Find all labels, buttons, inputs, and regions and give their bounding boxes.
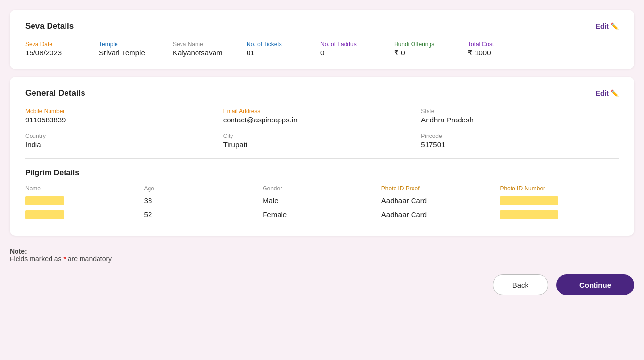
mobile-value: 9110583839 [25, 116, 223, 124]
general-details-edit-button[interactable]: Edit ✏️ [596, 89, 619, 97]
pilgrim-details-title: Pilgrim Details [25, 169, 619, 177]
email-field: Email Address contact@aspireapps.in [223, 108, 421, 124]
pilgrim-2-photo-id: Aadhaar Card [381, 210, 500, 219]
general-row-1: Mobile Number 9110583839 Email Address c… [25, 108, 619, 124]
pilgrim-1-idnum-redacted [500, 196, 558, 205]
seva-details-title: Seva Details [25, 21, 74, 31]
country-field: Country India [25, 133, 223, 149]
state-label: State [421, 108, 619, 115]
city-field: City Tirupati [223, 133, 421, 149]
header-name: Name [25, 185, 144, 192]
note-label: Note: [10, 247, 27, 255]
pilgrim-row-1: 33 Male Aadhaar Card [25, 196, 619, 205]
pilgrim-details-section: Pilgrim Details Name Age Gender Photo ID… [25, 169, 619, 219]
temple-label: Temple [99, 41, 157, 48]
seva-date-field: Seva Date 15/08/2023 [25, 41, 83, 57]
seva-details-header: Seva Details Edit ✏️ [25, 21, 619, 31]
total-cost-field: Total Cost ₹ 1000 [468, 41, 526, 57]
seva-details-card: Seva Details Edit ✏️ Seva Date 15/08/202… [10, 10, 634, 69]
footer-actions: Back Continue [10, 274, 634, 295]
pilgrim-1-id-number [500, 196, 619, 205]
seva-details-edit-button[interactable]: Edit ✏️ [596, 22, 619, 30]
tickets-label: No. of Tickets [247, 41, 305, 48]
pincode-field: Pincode 517501 [421, 133, 619, 149]
general-details-header: General Details Edit ✏️ [25, 88, 619, 98]
pilgrim-2-id-number [500, 210, 619, 219]
city-label: City [223, 133, 421, 139]
edit-pencil-icon: ✏️ [611, 22, 619, 30]
pilgrim-1-name-redacted [25, 196, 64, 205]
hundi-value: ₹ 0 [394, 49, 452, 57]
mandatory-star: * [63, 255, 66, 263]
laddus-label: No. of Laddus [320, 41, 379, 48]
note-text2: are mandatory [68, 255, 112, 263]
pilgrim-table-header: Name Age Gender Photo ID Proof Photo ID … [25, 185, 619, 192]
header-gender: Gender [263, 185, 381, 192]
laddus-field: No. of Laddus 0 [320, 41, 379, 57]
seva-name-label: Seva Name [173, 41, 231, 48]
section-divider [25, 158, 619, 159]
state-field: State Andhra Pradesh [421, 108, 619, 124]
country-value: India [25, 140, 223, 149]
seva-fields-row: Seva Date 15/08/2023 Temple Srivari Temp… [25, 41, 619, 57]
total-cost-label: Total Cost [468, 41, 526, 48]
edit-pencil-icon-2: ✏️ [611, 89, 619, 97]
temple-value: Srivari Temple [99, 49, 157, 57]
city-value: Tirupati [223, 140, 421, 149]
pilgrim-2-name [25, 210, 144, 219]
pincode-label: Pincode [421, 133, 619, 139]
email-label: Email Address [223, 108, 421, 115]
header-photo-id-proof: Photo ID Proof [381, 185, 500, 192]
pilgrim-2-name-redacted [25, 210, 64, 219]
note-section: Note: Fields marked as * are mandatory [10, 243, 634, 271]
seva-edit-label: Edit [596, 22, 609, 30]
mobile-label: Mobile Number [25, 108, 223, 115]
back-button[interactable]: Back [493, 274, 548, 295]
hundi-field: Hundi Offerings ₹ 0 [394, 41, 452, 57]
total-cost-value: ₹ 1000 [468, 49, 526, 57]
mobile-field: Mobile Number 9110583839 [25, 108, 223, 124]
pilgrim-1-photo-id: Aadhaar Card [381, 196, 500, 205]
header-age: Age [144, 185, 263, 192]
pilgrim-row-2: 52 Female Aadhaar Card [25, 210, 619, 219]
seva-date-value: 15/08/2023 [25, 49, 83, 57]
general-details-card: General Details Edit ✏️ Mobile Number 91… [10, 77, 634, 236]
pilgrim-1-name [25, 196, 144, 205]
temple-field: Temple Srivari Temple [99, 41, 157, 57]
country-label: Country [25, 133, 223, 139]
continue-button[interactable]: Continue [556, 274, 634, 295]
state-value: Andhra Pradesh [421, 116, 619, 124]
hundi-label: Hundi Offerings [394, 41, 452, 48]
pincode-value: 517501 [421, 140, 619, 149]
general-edit-label: Edit [596, 89, 609, 97]
tickets-value: 01 [247, 49, 305, 57]
seva-name-field: Seva Name Kalyanotsavam [173, 41, 231, 57]
general-row-2: Country India City Tirupati Pincode 5175… [25, 133, 619, 149]
pilgrim-2-age: 52 [144, 210, 263, 219]
note-text: Fields marked as [10, 255, 62, 263]
pilgrim-2-idnum-redacted [500, 210, 558, 219]
header-photo-id-number: Photo ID Number [500, 185, 619, 192]
laddus-value: 0 [320, 49, 379, 57]
seva-date-label: Seva Date [25, 41, 83, 48]
seva-name-value: Kalyanotsavam [173, 49, 231, 57]
email-value: contact@aspireapps.in [223, 116, 421, 124]
pilgrim-2-gender: Female [263, 210, 381, 219]
pilgrim-1-age: 33 [144, 196, 263, 205]
pilgrim-1-gender: Male [263, 196, 381, 205]
tickets-field: No. of Tickets 01 [247, 41, 305, 57]
general-details-title: General Details [25, 88, 85, 98]
